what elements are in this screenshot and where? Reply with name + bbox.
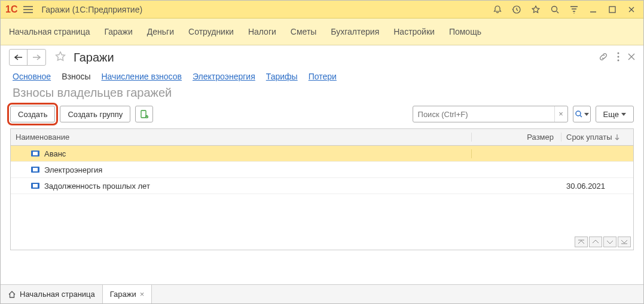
row-name: Аванс (44, 149, 66, 158)
page-title: Гаражи (74, 51, 114, 65)
col-name[interactable]: Наименование (11, 133, 472, 142)
search-icon[interactable] (548, 2, 562, 17)
svg-point-4 (618, 56, 619, 57)
nav-buttons (9, 49, 46, 66)
svg-point-5 (618, 59, 619, 61)
submenu-main[interactable]: Основное (13, 72, 51, 81)
nav-back[interactable] (10, 50, 28, 65)
submenu: Основное Взносы Начисление взносов Элект… (1, 69, 643, 86)
chevron-down-icon (621, 113, 626, 116)
minimize-icon[interactable] (586, 2, 600, 17)
col-size[interactable]: Размер (472, 133, 561, 142)
maximize-icon[interactable] (605, 2, 619, 17)
history-icon[interactable] (509, 2, 524, 17)
svg-point-3 (618, 52, 619, 54)
section-title: Взносы владельцев гаражей (1, 86, 643, 106)
scroll-down-icon[interactable] (603, 237, 616, 247)
col-due-label: Срок уплаты (566, 133, 612, 142)
create-button[interactable]: Создать (10, 106, 55, 122)
link-icon[interactable] (598, 51, 609, 64)
submenu-contributions[interactable]: Взносы (62, 72, 90, 81)
home-icon (8, 290, 16, 299)
menubar: Начальная страница Гаражи Деньги Сотрудн… (1, 19, 643, 45)
more-label: Еще (603, 110, 619, 119)
close-page-icon[interactable] (628, 53, 635, 62)
submenu-tariffs[interactable]: Тарифы (266, 72, 298, 81)
menu-money[interactable]: Деньги (147, 27, 174, 36)
close-icon[interactable] (624, 2, 639, 17)
tab-garages[interactable]: Гаражи × (103, 285, 152, 303)
tab-home[interactable]: Начальная страница (1, 285, 103, 303)
menu-start[interactable]: Начальная страница (9, 27, 90, 36)
submenu-electricity[interactable]: Электроэнергия (193, 72, 255, 81)
menu-taxes[interactable]: Налоги (248, 27, 276, 36)
window-title: Гаражи (1С:Предприятие) (41, 5, 142, 14)
kebab-icon[interactable] (617, 52, 619, 63)
bottom-tabs: Начальная страница Гаражи × (1, 284, 643, 303)
logo-1c: 1C (5, 4, 17, 15)
table-row[interactable]: Задолженность прошлых лет30.06.2021 (11, 178, 633, 194)
menu-settings[interactable]: Настройки (393, 27, 435, 36)
menu-estimates[interactable]: Сметы (291, 27, 317, 36)
table-row[interactable]: Электроэнергия (11, 162, 633, 178)
row-due: 30.06.2021 (561, 182, 633, 191)
search-button[interactable] (573, 106, 591, 122)
row-name: Электроэнергия (44, 165, 102, 174)
scroll-top-icon[interactable] (575, 237, 588, 247)
submenu-accrual[interactable]: Начисление взносов (102, 72, 182, 81)
tab-home-label: Начальная страница (20, 290, 95, 299)
svg-rect-6 (141, 110, 146, 118)
filter-icon[interactable] (567, 2, 581, 17)
tab-close-icon[interactable]: × (140, 290, 145, 299)
search-box: × (413, 106, 568, 122)
item-icon (31, 151, 39, 156)
table-row[interactable]: Аванс (11, 146, 633, 162)
svg-point-8 (576, 111, 581, 116)
nav-forward[interactable] (28, 50, 45, 65)
more-button[interactable]: Еще (596, 106, 634, 122)
report-button[interactable] (135, 106, 153, 122)
svg-rect-2 (609, 7, 615, 13)
svg-point-1 (552, 6, 557, 11)
menu-help[interactable]: Помощь (449, 27, 481, 36)
hamburger-icon[interactable] (23, 6, 33, 13)
item-icon (31, 183, 39, 189)
search-input[interactable] (413, 110, 554, 119)
scroll-bottom-icon[interactable] (618, 237, 631, 247)
table: Наименование Размер Срок уплаты АвансЭле… (10, 128, 634, 250)
menu-accounting[interactable]: Бухгалтерия (331, 27, 379, 36)
submenu-losses[interactable]: Потери (309, 72, 337, 81)
star-icon[interactable] (529, 2, 543, 17)
bell-icon[interactable] (490, 2, 505, 17)
create-group-button[interactable]: Создать группу (60, 106, 130, 122)
menu-employees[interactable]: Сотрудники (188, 27, 234, 36)
clear-search-icon[interactable]: × (554, 106, 567, 122)
scroll-up-icon[interactable] (589, 237, 602, 247)
favorite-icon[interactable] (54, 51, 66, 65)
item-icon (31, 167, 39, 173)
col-due[interactable]: Срок уплаты (561, 133, 633, 142)
menu-garages[interactable]: Гаражи (104, 27, 132, 36)
tab-garages-label: Гаражи (110, 290, 136, 299)
row-name: Задолженность прошлых лет (44, 182, 150, 191)
